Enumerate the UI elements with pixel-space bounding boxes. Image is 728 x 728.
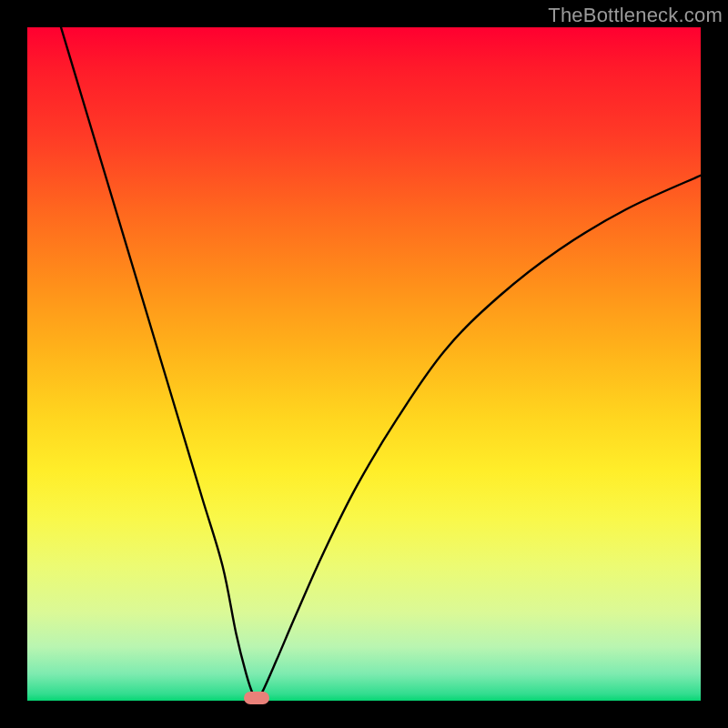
watermark-text: TheBottleneck.com — [548, 4, 723, 27]
chart-frame: TheBottleneck.com — [0, 0, 728, 728]
bottleneck-curve — [27, 27, 701, 701]
chart-plot-area — [27, 27, 701, 701]
optimum-marker — [244, 692, 269, 704]
